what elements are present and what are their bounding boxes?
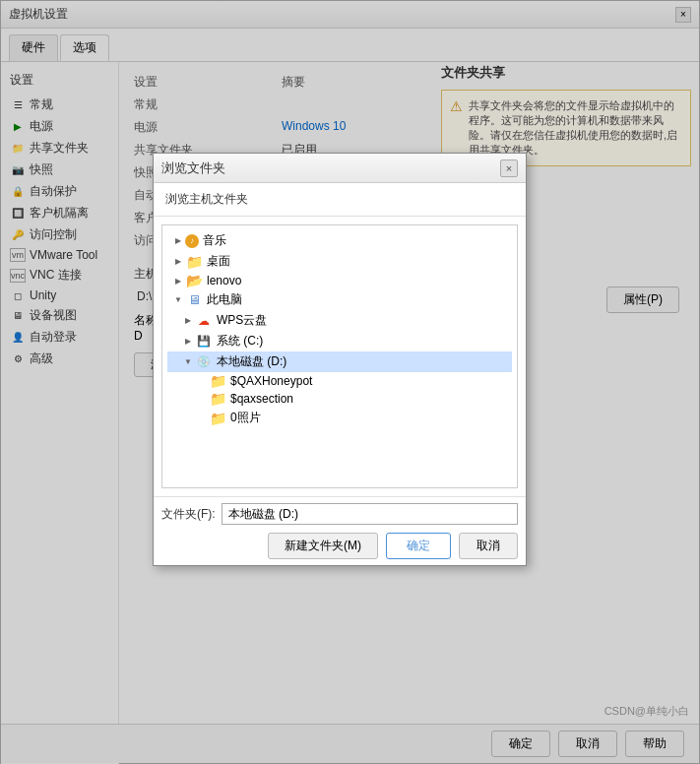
tree-item-desktop[interactable]: 📁 桌面 (167, 251, 512, 272)
tree-arrow-lenovo[interactable] (171, 274, 185, 287)
qaxsection-icon: 📁 (209, 392, 226, 406)
tree-item-qaxsection[interactable]: 📁 $qaxsection (167, 390, 512, 408)
folder-tree[interactable]: ♪ 音乐 📁 桌面 📂 lenovo 🖥 此电脑 (161, 224, 518, 488)
tree-arrow-local-d[interactable] (181, 355, 195, 369)
tree-label-qaxsection: $qaxsection (230, 392, 293, 406)
tree-item-lenovo[interactable]: 📂 lenovo (167, 272, 512, 289)
music-icon: ♪ (185, 234, 199, 248)
tree-arrow-system-c[interactable] (181, 335, 195, 349)
folder-input-row: 文件夹(F): (161, 503, 518, 525)
dialog-footer: 文件夹(F): 新建文件夹(M) 确定 取消 (154, 496, 526, 565)
new-folder-button[interactable]: 新建文件夹(M) (268, 533, 378, 559)
tree-label-system-c: 系统 (C:) (217, 333, 263, 350)
tree-label-photos0: 0照片 (230, 410, 261, 426)
local-disk-icon: 💿 (195, 355, 213, 369)
tree-item-photos0[interactable]: 📁 0照片 (167, 408, 512, 428)
confirm-button[interactable]: 确定 (386, 533, 451, 559)
wps-cloud-icon: ☁ (195, 314, 213, 328)
dialog-overlay: 浏览文件夹 × 浏览主机文件夹 ♪ 音乐 📁 桌面 (0, 0, 700, 764)
tree-label-lenovo: lenovo (207, 274, 241, 287)
this-pc-icon: 🖥 (185, 293, 203, 307)
dialog-close-button[interactable]: × (500, 159, 518, 177)
lenovo-icon: 📂 (185, 274, 203, 287)
tree-label-wps: WPS云盘 (217, 312, 267, 329)
dialog-buttons: 新建文件夹(M) 确定 取消 (161, 533, 518, 559)
dialog-title: 浏览文件夹 (161, 159, 500, 177)
desktop-icon: 📁 (185, 255, 203, 269)
photos0-icon: 📁 (209, 412, 226, 425)
tree-item-system-c[interactable]: 💾 系统 (C:) (167, 331, 512, 351)
tree-item-wps-cloud[interactable]: ☁ WPS云盘 (167, 310, 512, 331)
tree-arrow-wps[interactable] (181, 314, 195, 328)
dialog-titlebar: 浏览文件夹 × (154, 154, 526, 183)
tree-label-local-d: 本地磁盘 (D:) (217, 353, 286, 370)
system-c-icon: 💾 (195, 335, 213, 349)
dialog-subtitle: 浏览主机文件夹 (154, 183, 526, 217)
tree-arrow-this-pc[interactable] (171, 293, 185, 307)
tree-label-music: 音乐 (203, 232, 226, 249)
tree-label-desktop: 桌面 (207, 253, 230, 270)
browse-folder-dialog: 浏览文件夹 × 浏览主机文件夹 ♪ 音乐 📁 桌面 (153, 153, 527, 566)
tree-arrow-music[interactable] (171, 234, 185, 248)
folder-path-input[interactable] (222, 503, 518, 525)
tree-arrow-desktop[interactable] (171, 255, 185, 269)
tree-item-local-d[interactable]: 💿 本地磁盘 (D:) (167, 351, 512, 372)
qaxhoneypot-icon: 📁 (209, 374, 226, 388)
folder-input-label: 文件夹(F): (161, 506, 216, 523)
dialog-cancel-button[interactable]: 取消 (459, 533, 518, 559)
tree-item-this-pc[interactable]: 🖥 此电脑 (167, 289, 512, 310)
tree-item-qaxhoneypot[interactable]: 📁 $QAXHoneypot (167, 372, 512, 390)
tree-label-qaxhoneypot: $QAXHoneypot (230, 374, 312, 388)
tree-item-music[interactable]: ♪ 音乐 (167, 230, 512, 251)
tree-label-this-pc: 此电脑 (207, 291, 242, 308)
